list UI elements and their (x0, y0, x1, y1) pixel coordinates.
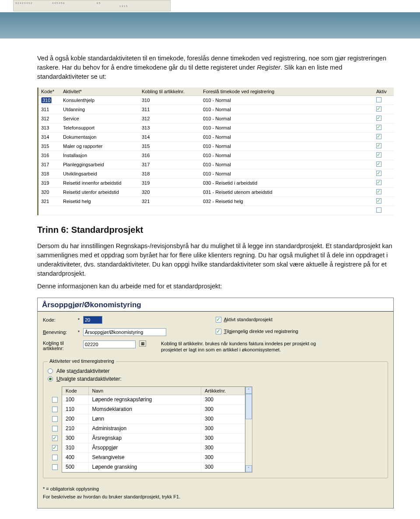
table-row[interactable]: 210Administrasjon300 (62, 424, 245, 433)
aktiv-checkbox[interactable] (376, 143, 382, 148)
section-heading: Trinn 6: Standardprosjekt (37, 225, 394, 235)
tilgjengelig-checkbox[interactable] (216, 329, 221, 334)
kode-label: Kode: (43, 317, 74, 323)
grid-row-checkboxes (48, 386, 62, 473)
table-row[interactable]: 110Momsdeklaration300 (62, 404, 245, 414)
table-row[interactable]: 312Service312010 - Normal (38, 114, 394, 123)
aktiv-checkbox[interactable] (376, 125, 382, 130)
standard-activities-table-wrap: Kode* Aktivitet* Kobling til artikkelnr.… (37, 88, 394, 215)
dialog-footer-notes: * = obligatorisk opplysning For beskrive… (43, 486, 388, 499)
row-select-checkbox[interactable] (52, 435, 58, 441)
grid-col-kode[interactable]: Kode (62, 387, 88, 395)
kobling-artikkel-input[interactable]: 02220 (83, 340, 136, 348)
standardprosjekt-dialog: Årsoppgjør/Økonomistyring Kode: * 20 Ben… (37, 298, 394, 508)
grid-col-navn[interactable]: Navn (88, 387, 201, 395)
table-row[interactable] (38, 206, 394, 215)
chevron-up-icon: ˄ (248, 388, 250, 393)
aktiv-checkbox[interactable] (376, 171, 382, 176)
table-row[interactable]: 316Installasjon316010 - Normal (38, 151, 394, 160)
kode-input[interactable]: 20 (83, 316, 102, 324)
paragraph-1: Ved å også koble standardaktiviteten til… (37, 54, 394, 81)
row-select-checkbox[interactable] (52, 445, 58, 451)
browse-icon: ▦ (141, 341, 145, 346)
table-row[interactable]: 315Maler og rapporter315010 - Normal (38, 142, 394, 151)
header-band (0, 12, 420, 39)
aktiv-checkbox[interactable] (376, 189, 382, 194)
row-select-checkbox[interactable] (52, 464, 58, 470)
table-row[interactable]: 310Årsoppgjør300 (62, 443, 245, 452)
tilgjengelig-label: Tilgjengelig direkte ved registrering (224, 329, 298, 334)
table-row[interactable]: 200Lønn300 (62, 414, 245, 424)
paragraph-2: Dersom du har innstillingen Regnskaps-/r… (37, 242, 394, 278)
aktiv-checkbox[interactable] (376, 97, 382, 102)
aktiv-checkbox[interactable] (376, 106, 382, 112)
decorative-image-slice: 3 2 4 2 3 4 5 2 4 4 5 4 5 6 6 5 1 3 1 5 (13, 0, 171, 11)
table-row[interactable]: 400Selvangivelse300 (62, 452, 245, 462)
table-row[interactable]: 300Årsregnskap300 (62, 433, 245, 443)
table-header-row: Kode* Aktivitet* Kobling til artikkelnr.… (38, 88, 394, 96)
aktiv-checkbox[interactable] (376, 180, 382, 185)
table-row[interactable]: 318Utviklingsarbeid318010 - Normal (38, 169, 394, 179)
aktiv-standardprosjekt-checkbox[interactable] (216, 317, 221, 323)
aktiv-checkbox[interactable] (376, 207, 382, 213)
aktiv-standardprosjekt-label: Aktivt standardprosjekt (224, 317, 273, 322)
aktiv-checkbox[interactable] (376, 116, 382, 121)
table-row[interactable]: 311Utdanning311010 - Normal (38, 105, 394, 114)
aktiv-checkbox[interactable] (376, 198, 382, 203)
table-row[interactable]: 500Løpende gransking300 (62, 462, 245, 472)
radio-alle-label: Alle standardaktiviteter (56, 368, 109, 374)
kobling-help-text: Kobling til artikkelnr. brukes når kunde… (161, 340, 336, 353)
artikkel-picker-button[interactable]: ▦ (139, 340, 146, 347)
aktiviteter-grid: Kode Navn Artikkelnr. 100Løpende regnska… (62, 386, 245, 473)
table-row[interactable]: 100Løpende regnskapsføring300 (62, 395, 245, 404)
table-row[interactable]: 313Telefonsupport313010 - Normal (38, 123, 394, 133)
grid-scrollbar[interactable]: ˄ ˅ (245, 386, 252, 473)
chevron-down-icon: ˅ (248, 466, 250, 471)
radio-utvalgte-label: Utvalgte standardaktiviteter: (56, 376, 122, 382)
aktiv-checkbox[interactable] (376, 161, 382, 167)
scroll-up-button[interactable]: ˄ (245, 387, 252, 394)
aktiviteter-groupbox: Aktiviteter ved timeregistrering Alle st… (43, 361, 388, 478)
table-row[interactable]: 310Konsulenthjelp310010 - Normal (38, 96, 394, 105)
aktiv-checkbox[interactable] (376, 134, 382, 139)
table-row[interactable]: 321Reisetid helg321032 - Reisetid helg (38, 197, 394, 206)
benevning-input[interactable]: Årsoppgjør/Økonomistyring (83, 328, 166, 336)
row-select-checkbox[interactable] (52, 426, 58, 431)
groupbox-title: Aktiviteter ved timeregistrering (48, 358, 116, 364)
row-select-checkbox[interactable] (52, 455, 58, 460)
radio-alle-standardaktiviteter[interactable] (48, 368, 53, 374)
row-select-checkbox[interactable] (52, 416, 58, 422)
table-row[interactable]: 317Planleggingsarbeid317010 - Normal (38, 160, 394, 169)
grid-col-artikkelnr[interactable]: Artikkelnr. (201, 387, 245, 395)
paragraph-3: Denne informasjonen kan du arbeide med f… (37, 282, 394, 291)
kobling-label: Kobling til artikkelnr: (43, 340, 74, 351)
aktiv-checkbox[interactable] (376, 152, 382, 158)
table-row[interactable]: 314Dokumentasjon314010 - Normal (38, 133, 394, 142)
table-row[interactable]: 320Reisetid utenfor arbeidstid320031 - R… (38, 188, 394, 197)
standard-activities-table: Kode* Aktivitet* Kobling til artikkelnr.… (38, 88, 394, 215)
scrollbar-thumb[interactable] (245, 394, 252, 420)
row-select-checkbox[interactable] (52, 407, 58, 412)
table-row[interactable]: 319Reisetid innenfor arbeidstid319030 - … (38, 179, 394, 188)
scroll-down-button[interactable]: ˅ (245, 465, 252, 472)
row-select-checkbox[interactable] (52, 397, 58, 403)
dialog-title: Årsoppgjør/Økonomistyring (38, 298, 393, 312)
benevning-label: Benevning: (43, 330, 74, 335)
radio-utvalgte-standardaktiviteter[interactable] (48, 376, 53, 382)
